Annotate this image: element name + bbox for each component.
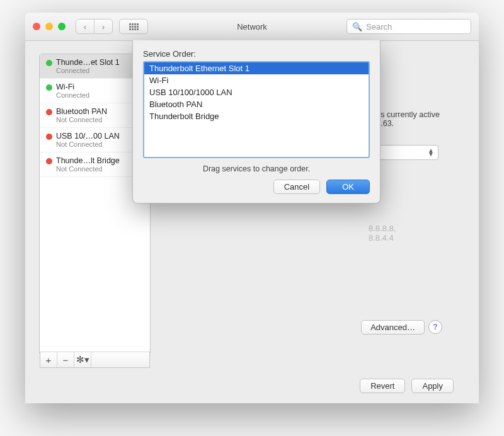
service-order-label: Service Order: — [143, 49, 370, 59]
order-item[interactable]: Bluetooth PAN — [144, 98, 369, 110]
sheet-buttons: Cancel OK — [143, 180, 370, 194]
connection-status-text: s currently active .63. — [381, 110, 440, 128]
service-status: Connected — [56, 67, 145, 74]
status-dot-icon — [46, 109, 52, 115]
sidebar-toolbar: + − ✻▾ — [40, 352, 150, 368]
ok-button[interactable]: OK — [326, 180, 370, 194]
service-name: Thunde…et Slot 1 — [56, 58, 145, 67]
forward-button[interactable]: › — [94, 20, 112, 33]
service-name: USB 10/…00 LAN — [56, 132, 145, 141]
status-dot-icon — [46, 134, 52, 140]
minimize-window-button[interactable] — [45, 23, 53, 30]
traffic-lights — [33, 23, 66, 30]
drag-hint: Drag services to change order. — [143, 164, 370, 173]
nav-back-forward[interactable]: ‹ › — [76, 19, 113, 34]
status-dot-icon — [46, 84, 52, 91]
status-dot-icon — [46, 60, 52, 66]
back-button[interactable]: ‹ — [76, 20, 94, 33]
order-item[interactable]: Wi-Fi — [144, 74, 369, 86]
service-order-sheet: Service Order: Thunderbolt Ethernet Slot… — [132, 40, 381, 204]
service-status: Not Connected — [56, 165, 145, 173]
service-name: Thunde…lt Bridge — [56, 156, 145, 165]
remove-service-button[interactable]: − — [57, 352, 74, 367]
service-status: Not Connected — [56, 141, 145, 148]
service-status: Connected — [56, 91, 145, 99]
status-dot-icon — [46, 158, 52, 164]
search-field[interactable]: 🔍 Search — [346, 19, 471, 34]
titlebar: ‹ › Network 🔍 Search — [25, 13, 479, 41]
show-all-button[interactable] — [119, 19, 148, 34]
order-item[interactable]: Thunderbolt Ethernet Slot 1 — [144, 62, 369, 74]
apply-button[interactable]: Apply — [411, 379, 454, 393]
order-item[interactable]: USB 10/100/1000 LAN — [144, 86, 369, 98]
zoom-window-button[interactable] — [58, 23, 66, 30]
service-name: Wi-Fi — [56, 83, 145, 91]
help-button[interactable]: ? — [428, 320, 442, 334]
search-icon: 🔍 — [352, 22, 362, 32]
search-placeholder: Search — [366, 22, 392, 32]
service-name: Bluetooth PAN — [56, 107, 145, 116]
service-actions-button[interactable]: ✻▾ — [74, 352, 91, 367]
service-order-list[interactable]: Thunderbolt Ethernet Slot 1 Wi-Fi USB 10… — [143, 61, 370, 158]
revert-button[interactable]: Revert — [360, 379, 405, 393]
grid-icon — [129, 23, 139, 30]
order-item[interactable]: Thunderbolt Bridge — [144, 110, 369, 122]
cancel-button[interactable]: Cancel — [273, 180, 320, 194]
preferences-window: ‹ › Network 🔍 Search Thunde…et Slot 1 Co… — [25, 13, 479, 403]
service-status: Not Connected — [56, 116, 145, 123]
close-window-button[interactable] — [33, 23, 40, 30]
advanced-button[interactable]: Advanced… — [361, 320, 425, 335]
stepper-icon: ▲▼ — [428, 149, 434, 156]
dns-server-value: 8.8.8.8, 8.8.4.4 — [369, 224, 396, 243]
add-service-button[interactable]: + — [40, 352, 57, 367]
